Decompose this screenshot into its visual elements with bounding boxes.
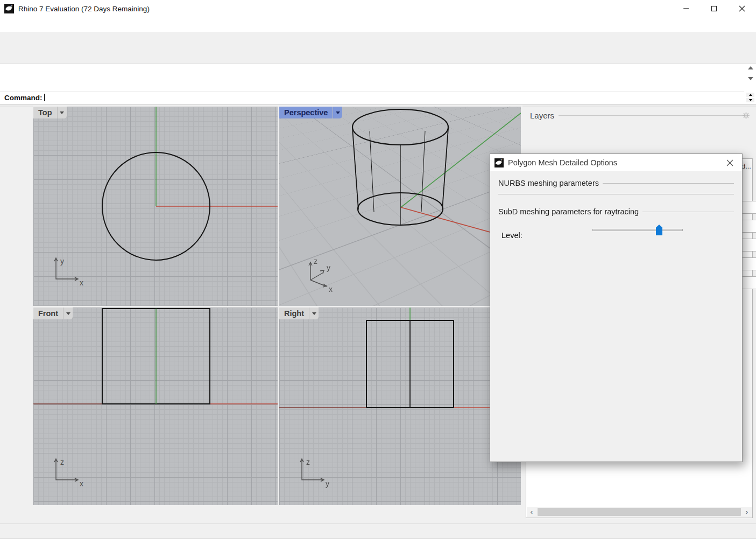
command-area: Command: — [0, 64, 756, 104]
panel-gear-icon[interactable] — [741, 111, 751, 120]
viewport-front[interactable]: z x Front — [33, 308, 278, 505]
close-button[interactable] — [728, 0, 756, 17]
viewport-tab-strip — [33, 506, 522, 521]
dialog-title-bar[interactable]: 7 Polygon Mesh Detailed Options — [490, 154, 742, 171]
minimize-button[interactable] — [672, 0, 700, 17]
divider — [498, 194, 734, 194]
chevron-down-icon — [336, 111, 340, 114]
command-prompt-label: Command: — [4, 94, 43, 102]
viewport-menu-dropdown[interactable] — [63, 308, 73, 319]
viewport-perspective[interactable]: z y x Perspective — [279, 107, 521, 306]
command-spinner-up[interactable] — [746, 93, 754, 97]
viewport-title: Top — [33, 107, 57, 118]
svg-text:x: x — [80, 479, 83, 488]
top-view-geometry: y x — [33, 107, 278, 306]
viewport-title: Right — [279, 308, 309, 319]
osnap-row — [0, 523, 756, 539]
divider — [559, 115, 748, 116]
dialog-close-icon[interactable] — [723, 156, 737, 170]
svg-text:z: z — [306, 458, 310, 466]
window-title: Rhino 7 Evaluation (72 Days Remaining) — [18, 5, 150, 13]
viewport-label-right[interactable]: Right — [279, 308, 319, 319]
status-bar — [0, 539, 756, 552]
svg-text:y: y — [326, 479, 329, 488]
viewport-menu-dropdown[interactable] — [309, 308, 319, 319]
viewport-title: Front — [33, 308, 63, 319]
svg-text:7: 7 — [500, 159, 502, 162]
chevron-down-icon — [66, 312, 70, 315]
tool-palette — [0, 106, 33, 521]
polygon-mesh-options-dialog: 7 Polygon Mesh Detailed Options NURBS me… — [490, 153, 743, 462]
viewport-label-front[interactable]: Front — [33, 308, 73, 319]
svg-text:y: y — [60, 257, 64, 265]
dialog-title: Polygon Mesh Detailed Options — [508, 158, 617, 167]
level-slider-row: Level: — [498, 220, 734, 248]
slider-track[interactable] — [592, 229, 683, 231]
perspective-geometry: z y x — [279, 107, 521, 306]
level-label: Level: — [501, 231, 522, 240]
viewport-title: Perspective — [279, 107, 333, 118]
svg-text:z: z — [314, 257, 317, 265]
viewport-label-perspective[interactable]: Perspective — [279, 107, 342, 118]
svg-text:y: y — [327, 263, 330, 272]
maximize-button[interactable] — [700, 0, 728, 17]
slider-ticks — [595, 221, 682, 224]
scrollbar-thumb[interactable] — [538, 508, 741, 516]
slider-thumb[interactable] — [656, 225, 662, 235]
command-spinner-down[interactable] — [746, 98, 754, 102]
main-toolbar — [0, 46, 756, 64]
scroll-left-icon[interactable]: ‹ — [527, 508, 536, 516]
history-scroll-up-icon[interactable] — [748, 66, 753, 69]
group-subd-params: SubD meshing parameters for raytracing — [498, 207, 734, 216]
svg-text:z: z — [60, 458, 64, 466]
rhino-logo-icon: 7 — [4, 4, 14, 13]
viewport-menu-dropdown[interactable] — [333, 107, 342, 118]
rhino-logo-icon: 7 — [494, 158, 504, 167]
svg-text:x: x — [80, 278, 83, 287]
viewport-right[interactable]: z y Right — [279, 308, 521, 505]
svg-text:x: x — [329, 285, 333, 294]
chevron-down-icon — [312, 312, 316, 315]
scroll-right-icon[interactable]: › — [742, 508, 752, 516]
panel-tabs — [522, 121, 756, 141]
chevron-down-icon — [60, 111, 64, 114]
viewport-menu-dropdown[interactable] — [57, 107, 67, 118]
viewport-top[interactable]: y x Top — [33, 107, 278, 306]
text-caret — [44, 94, 45, 101]
viewport-label-top[interactable]: Top — [33, 107, 67, 118]
toolbar-tab-row — [0, 32, 756, 46]
layers-panel-title: Layers — [530, 111, 554, 120]
right-view-geometry: z y — [279, 308, 521, 505]
front-view-geometry: z x — [33, 308, 278, 505]
command-prompt[interactable]: Command: — [0, 92, 744, 103]
menu-bar — [0, 17, 756, 32]
group-nurbs-params: NURBS meshing parameters — [498, 179, 734, 187]
title-bar: 7 Rhino 7 Evaluation (72 Days Remaining) — [0, 0, 756, 17]
horizontal-scrollbar[interactable]: ‹ › — [527, 507, 752, 517]
history-scroll-down-icon[interactable] — [748, 77, 753, 80]
